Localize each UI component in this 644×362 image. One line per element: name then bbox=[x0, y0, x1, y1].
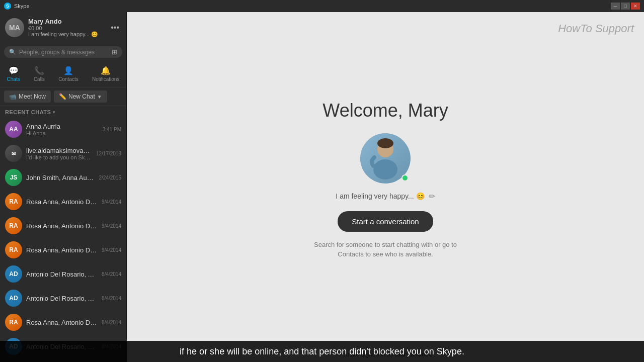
chat-info: Rosa Anna, Antonio Del Ro... bbox=[26, 319, 98, 326]
avatar: RA bbox=[5, 217, 22, 234]
status-message: I am feeling very happy... 😊 bbox=[336, 192, 424, 200]
new-chat-label: New Chat bbox=[68, 93, 95, 100]
minimize-button[interactable]: ─ bbox=[611, 3, 620, 10]
search-input[interactable] bbox=[19, 49, 107, 56]
meet-now-label: Meet Now bbox=[19, 93, 46, 100]
list-item[interactable]: RA Rosa Anna, Antonio Del Ro... 8/4/2014 bbox=[0, 310, 126, 334]
chat-preview: I'd like to add you on Skype. bbox=[26, 154, 92, 160]
contacts-icon: 👤 bbox=[63, 66, 73, 75]
chat-name: Rosa Anna, Antonio Del Ro... bbox=[26, 246, 98, 254]
chat-info: Rosa Anna, Antonio Del Ro... bbox=[26, 198, 98, 206]
chat-name: Anna Aurria bbox=[26, 123, 99, 130]
recent-chats-header[interactable]: RECENT CHATS ▾ bbox=[0, 106, 126, 117]
chat-info: Antonio Del Rosario, Anna ... bbox=[26, 295, 98, 302]
chat-time: 2/24/2015 bbox=[99, 175, 122, 180]
avatar: ✉ bbox=[5, 145, 22, 162]
chat-name: Antonio Del Rosario, Anna ... bbox=[26, 270, 98, 278]
search-bar: 🔍 ⊞ bbox=[0, 43, 126, 61]
search-wrapper: 🔍 ⊞ bbox=[4, 46, 122, 58]
chat-name: live:aidamaksimova10071... bbox=[26, 147, 92, 154]
grid-icon[interactable]: ⊞ bbox=[112, 48, 117, 56]
new-chat-arrow-icon: ▼ bbox=[97, 94, 102, 100]
chat-name: John Smith, Anna Aurria bbox=[26, 174, 95, 182]
chat-info: live:aidamaksimova10071... I'd like to a… bbox=[26, 147, 92, 160]
subtitle-bar: if he or she will be online, and that pe… bbox=[0, 341, 644, 362]
edit-icon[interactable]: ✏ bbox=[429, 192, 435, 201]
list-item[interactable]: RA Rosa Anna, Antonio Del Ro... 9/4/2014 bbox=[0, 214, 126, 238]
chat-info: Rosa Anna, Antonio Del Ro... bbox=[26, 246, 98, 254]
maximize-button[interactable]: □ bbox=[621, 3, 630, 10]
list-item[interactable]: RA Rosa Anna, Antonio Del Ro... 9/4/2014 bbox=[0, 238, 126, 262]
user-credits: €0.00 bbox=[28, 25, 105, 31]
avatar: RA bbox=[5, 314, 22, 331]
search-icon: 🔍 bbox=[9, 49, 16, 55]
chat-time: 12/17/2018 bbox=[96, 151, 121, 156]
chat-name: Rosa Anna, Antonio Del Ro... bbox=[26, 222, 98, 230]
chats-icon: 💬 bbox=[9, 66, 19, 75]
chat-preview: Hi Anna bbox=[26, 130, 99, 136]
app-title: Skype bbox=[14, 3, 30, 9]
chat-time: 9/4/2014 bbox=[102, 247, 121, 253]
title-bar-left: S Skype bbox=[4, 3, 30, 10]
avatar: AD bbox=[5, 290, 22, 307]
nav-item-calls[interactable]: 📞 Calls bbox=[30, 64, 49, 84]
list-item[interactable]: AA Anna Aurria Hi Anna 3:41 PM bbox=[0, 117, 126, 141]
online-status-indicator bbox=[401, 174, 409, 182]
chat-name: Rosa Anna, Antonio Del Ro... bbox=[26, 319, 98, 326]
list-item[interactable]: AD Antonio Del Rosario, Anna ... 8/4/201… bbox=[0, 262, 126, 286]
calls-icon: 📞 bbox=[34, 66, 44, 75]
svg-point-2 bbox=[373, 159, 397, 179]
nav-label-notifications: Notifications bbox=[92, 76, 119, 82]
sidebar: MA Mary Ando €0.00 I am feeling very hap… bbox=[0, 12, 127, 362]
list-item[interactable]: RA Rosa Anna, Antonio Del Ro... 9/4/2014 bbox=[0, 190, 126, 214]
chat-time: 9/4/2014 bbox=[102, 223, 121, 229]
title-bar: S Skype ─ □ ✕ bbox=[0, 0, 644, 12]
welcome-title: Welcome, Mary bbox=[323, 100, 448, 121]
meet-now-button[interactable]: 📹 Meet Now bbox=[4, 90, 51, 103]
user-status-text: I am feeling very happy... 😊 bbox=[28, 31, 105, 38]
user-name: Mary Ando bbox=[28, 18, 105, 25]
close-button[interactable]: ✕ bbox=[631, 3, 640, 10]
subtitle-text: if he or she will be online, and that pe… bbox=[180, 346, 464, 357]
nav-item-contacts[interactable]: 👤 Contacts bbox=[54, 64, 82, 84]
new-chat-button[interactable]: ✏️ New Chat ▼ bbox=[54, 90, 107, 103]
recent-chats-label: RECENT CHATS bbox=[5, 109, 51, 115]
chat-list: AA Anna Aurria Hi Anna 3:41 PM ✉ live:ai… bbox=[0, 117, 126, 362]
meet-now-icon: 📹 bbox=[9, 93, 17, 100]
start-conversation-button[interactable]: Start a conversation bbox=[338, 211, 433, 232]
more-options-button[interactable]: ••• bbox=[109, 21, 121, 34]
welcome-description: Search for someone to start chatting wit… bbox=[305, 240, 466, 259]
svg-point-3 bbox=[377, 138, 393, 148]
nav-label-calls: Calls bbox=[34, 76, 45, 82]
action-bar: 📹 Meet Now ✏️ New Chat ▼ bbox=[0, 87, 126, 106]
welcome-area: Welcome, Mary bbox=[295, 12, 476, 347]
new-chat-icon: ✏️ bbox=[59, 93, 66, 100]
list-item[interactable]: ✉ live:aidamaksimova10071... I'd like to… bbox=[0, 141, 126, 165]
avatar-placeholder: MA bbox=[5, 18, 24, 37]
chat-time: 9/4/2014 bbox=[102, 199, 121, 205]
notifications-icon: 🔔 bbox=[101, 66, 111, 75]
profile-picture-container bbox=[360, 133, 411, 184]
chevron-down-icon: ▾ bbox=[53, 110, 55, 115]
nav-bar: 💬 Chats 📞 Calls 👤 Contacts 🔔 Notificatio… bbox=[0, 61, 126, 87]
chat-time: 8/4/2014 bbox=[102, 320, 121, 325]
skype-logo-icon: S bbox=[4, 3, 11, 10]
avatar: AA bbox=[5, 121, 22, 138]
watermark: HowTo Support bbox=[558, 22, 634, 35]
user-header: MA Mary Ando €0.00 I am feeling very hap… bbox=[0, 12, 126, 43]
chat-time: 8/4/2014 bbox=[102, 272, 121, 277]
avatar[interactable]: MA bbox=[5, 18, 24, 37]
chat-time: 3:41 PM bbox=[103, 127, 121, 132]
nav-item-chats[interactable]: 💬 Chats bbox=[3, 64, 24, 84]
chat-name: Antonio Del Rosario, Anna ... bbox=[26, 295, 98, 302]
chat-info: Antonio Del Rosario, Anna ... bbox=[26, 270, 98, 278]
avatar: RA bbox=[5, 193, 22, 210]
avatar: JS bbox=[5, 169, 22, 186]
list-item[interactable]: JS John Smith, Anna Aurria 2/24/2015 bbox=[0, 165, 126, 190]
user-info: Mary Ando €0.00 I am feeling very happy.… bbox=[28, 18, 105, 38]
list-item[interactable]: AD Antonio Del Rosario, Anna ... 8/4/201… bbox=[0, 286, 126, 310]
title-bar-controls: ─ □ ✕ bbox=[611, 3, 640, 10]
nav-item-notifications[interactable]: 🔔 Notifications bbox=[88, 64, 123, 84]
status-row: I am feeling very happy... 😊 ✏ bbox=[336, 192, 435, 201]
avatar: RA bbox=[5, 241, 22, 258]
